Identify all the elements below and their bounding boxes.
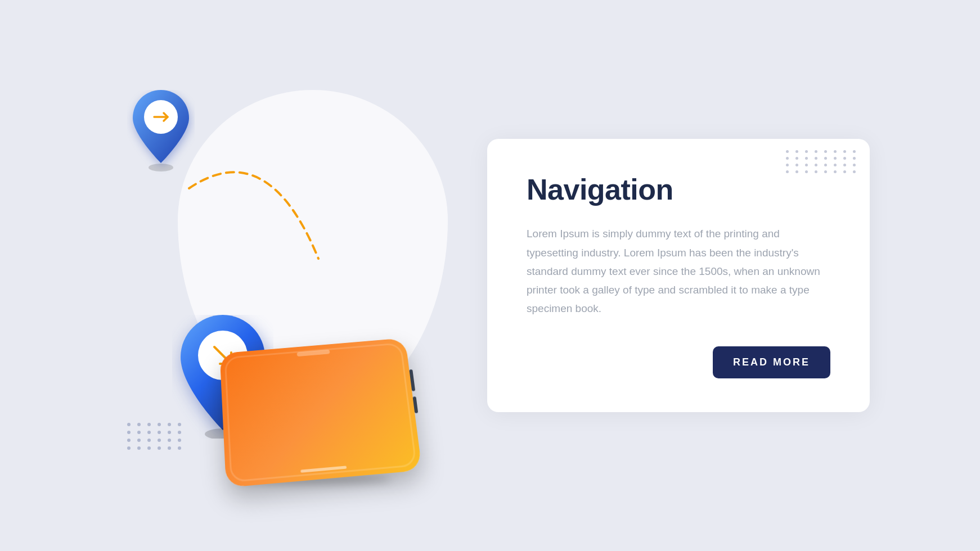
page-wrapper: Navigation Lorem Ipsum is simply dummy t… <box>40 34 940 517</box>
content-card: Navigation Lorem Ipsum is simply dummy t… <box>487 139 870 412</box>
pin-small <box>127 90 195 174</box>
phone-button-right-2 <box>413 396 419 413</box>
card-body-text: Lorem Ipsum is simply dummy text of the … <box>527 224 830 318</box>
phone-body <box>219 338 422 487</box>
dot-grid-top-right <box>786 150 858 173</box>
illustration-area <box>110 56 504 495</box>
read-more-button[interactable]: Read More <box>713 346 830 378</box>
phone-home-bar <box>300 466 347 472</box>
card-title: Navigation <box>527 173 830 206</box>
phone-illustration <box>212 287 425 478</box>
phone-notch <box>296 350 330 356</box>
phone-button-right-1 <box>409 369 415 391</box>
svg-point-2 <box>149 164 173 171</box>
